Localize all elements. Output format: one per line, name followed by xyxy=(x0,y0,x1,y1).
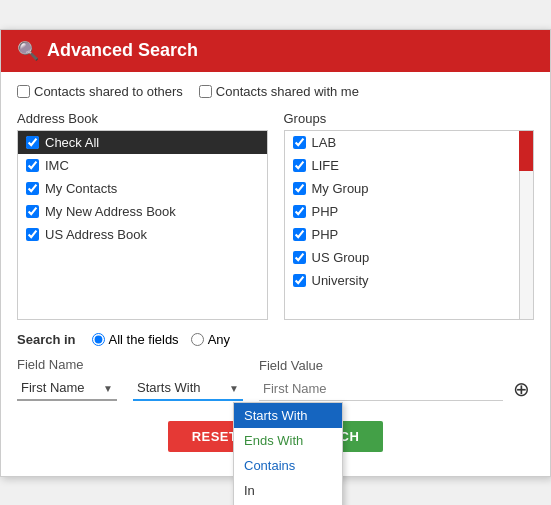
list-item[interactable]: My Contacts xyxy=(18,177,267,200)
dropdown-item-in[interactable]: In xyxy=(234,478,342,503)
page-title: Advanced Search xyxy=(47,40,198,61)
check-all-checkbox[interactable] xyxy=(26,136,39,149)
field-name-col: Field Name First Name Last Name Email ▼ xyxy=(17,357,117,401)
php2-checkbox[interactable] xyxy=(293,228,306,241)
us-group-checkbox[interactable] xyxy=(293,251,306,264)
groups-list[interactable]: LAB LIFE My Group PHP xyxy=(284,130,535,320)
list-item[interactable]: My New Address Book xyxy=(18,200,267,223)
list-item[interactable]: Check All xyxy=(18,131,267,154)
operator-dropdown[interactable]: Starts With Ends With Contains In Not In… xyxy=(233,402,343,506)
field-value-input[interactable] xyxy=(259,377,503,401)
list-item[interactable]: University xyxy=(285,269,534,292)
list-item[interactable]: PHP xyxy=(285,200,534,223)
list-item[interactable]: US Address Book xyxy=(18,223,267,246)
university-checkbox[interactable] xyxy=(293,274,306,287)
my-new-address-book-checkbox[interactable] xyxy=(26,205,39,218)
list-item[interactable]: PHP xyxy=(285,223,534,246)
search-in-row: Search in All the fields Any xyxy=(17,332,534,347)
operator-wrapper: Starts With Ends With Contains In Not In… xyxy=(133,376,243,401)
operator-select[interactable]: Starts With Ends With Contains In Not In… xyxy=(133,376,243,401)
header-bar: 🔍 Advanced Search xyxy=(1,30,550,72)
groups-section: Groups LAB LIFE My Group xyxy=(284,111,535,320)
list-item[interactable]: LIFE xyxy=(285,154,534,177)
list-item[interactable]: IMC xyxy=(18,154,267,177)
life-checkbox[interactable] xyxy=(293,159,306,172)
dropdown-item-ends-with[interactable]: Ends With xyxy=(234,428,342,453)
search-in-radio-group: All the fields Any xyxy=(92,332,231,347)
shared-with-me-label[interactable]: Contacts shared with me xyxy=(199,84,359,99)
address-book-section: Address Book Check All IMC My Contacts xyxy=(17,111,268,320)
field-value-label: Field Value xyxy=(259,358,534,373)
php1-checkbox[interactable] xyxy=(293,205,306,218)
any-radio[interactable] xyxy=(191,333,204,346)
shared-options-row: Contacts shared to others Contacts share… xyxy=(17,84,534,99)
search-icon: 🔍 xyxy=(17,40,39,62)
all-fields-radio[interactable] xyxy=(92,333,105,346)
list-item[interactable]: My Group xyxy=(285,177,534,200)
shared-to-others-label[interactable]: Contacts shared to others xyxy=(17,84,183,99)
field-value-col: Field Value ⊕ xyxy=(259,358,534,401)
fields-row: Field Name First Name Last Name Email ▼ … xyxy=(17,357,534,401)
us-address-book-checkbox[interactable] xyxy=(26,228,39,241)
list-item[interactable]: US Group xyxy=(285,246,534,269)
scrollbar-thumb[interactable] xyxy=(519,131,533,171)
field-name-wrapper: First Name Last Name Email ▼ xyxy=(17,376,117,401)
scrollbar-track[interactable] xyxy=(519,131,533,319)
address-groups-section: Address Book Check All IMC My Contacts xyxy=(17,111,534,320)
field-name-label: Field Name xyxy=(17,357,117,372)
advanced-search-window: 🔍 Advanced Search Contacts shared to oth… xyxy=(0,29,551,477)
operator-col: Starts With Ends With Contains In Not In… xyxy=(133,372,243,401)
my-contacts-checkbox[interactable] xyxy=(26,182,39,195)
shared-with-me-checkbox[interactable] xyxy=(199,85,212,98)
search-in-label: Search in xyxy=(17,332,76,347)
my-group-checkbox[interactable] xyxy=(293,182,306,195)
list-item[interactable]: LAB xyxy=(285,131,534,154)
all-fields-option[interactable]: All the fields xyxy=(92,332,179,347)
add-field-button[interactable]: ⊕ xyxy=(509,377,534,401)
dropdown-item-contains[interactable]: Contains xyxy=(234,453,342,478)
lab-checkbox[interactable] xyxy=(293,136,306,149)
imc-checkbox[interactable] xyxy=(26,159,39,172)
dropdown-item-starts-with[interactable]: Starts With xyxy=(234,403,342,428)
address-book-label: Address Book xyxy=(17,111,268,126)
shared-to-others-checkbox[interactable] xyxy=(17,85,30,98)
field-name-select[interactable]: First Name Last Name Email xyxy=(17,376,117,401)
groups-label: Groups xyxy=(284,111,535,126)
any-option[interactable]: Any xyxy=(191,332,230,347)
address-book-list[interactable]: Check All IMC My Contacts My New Address… xyxy=(17,130,268,320)
